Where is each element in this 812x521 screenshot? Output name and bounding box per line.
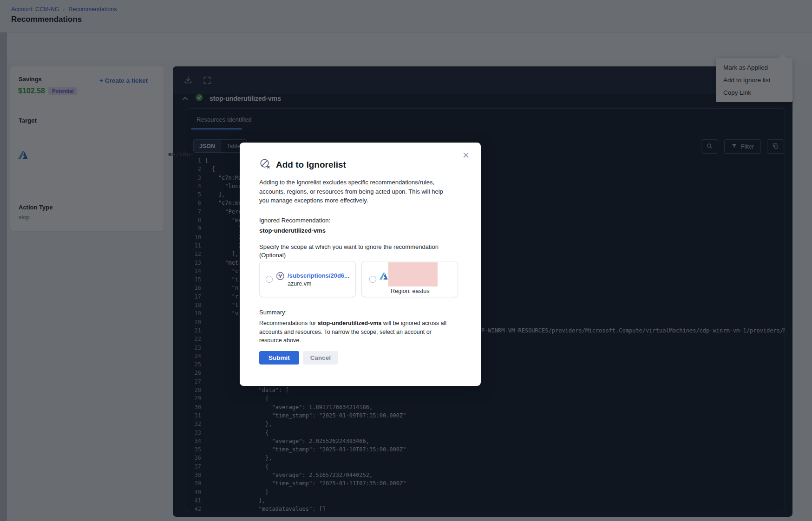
modal-description: Adding to the Ignorelist excludes specif…: [259, 178, 445, 205]
summary-text: Recommendations for stop-underutilized-v…: [259, 319, 454, 345]
scope-option-subscription[interactable]: /subscriptions/20d6... azure.vm: [259, 261, 356, 297]
subscription-link[interactable]: /subscriptions/20d6...: [288, 272, 349, 279]
add-to-ignorelist-modal: ✕ Add to Ignorelist Adding to the Ignore…: [240, 143, 481, 386]
ignored-recommendation-value: stop-underutilized-vms: [259, 227, 326, 234]
ignore-ban-icon: [259, 158, 271, 171]
submit-button[interactable]: Submit: [259, 351, 299, 365]
resource-region: Region: eastus: [391, 288, 429, 294]
scope-instruction: Specify the scope at which you want to i…: [259, 243, 445, 260]
redacted-resource-name: [388, 262, 438, 287]
resource-azure-icon: [379, 272, 388, 282]
subscription-resource-type: azure.vm: [288, 280, 311, 287]
cancel-button[interactable]: Cancel: [303, 351, 338, 365]
ignored-recommendation-label: Ignored Recommendation:: [259, 217, 330, 224]
close-icon[interactable]: ✕: [462, 151, 470, 160]
resource-radio[interactable]: [369, 276, 376, 283]
subscription-icon: [275, 271, 285, 283]
scope-option-resource[interactable]: Region: eastus: [361, 261, 458, 297]
modal-title: Add to Ignorelist: [276, 160, 346, 170]
subscription-radio[interactable]: [266, 276, 273, 283]
summary-label: Summary:: [259, 309, 287, 316]
